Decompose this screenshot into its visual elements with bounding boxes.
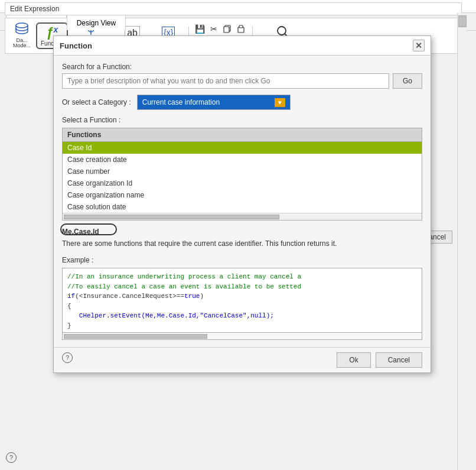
outer-content: Edit Expression Da...Mode... ƒx Function — [0, 0, 467, 470]
tab-design-view[interactable]: Design View — [67, 15, 126, 30]
function-item-case-org-name[interactable]: Case organization name — [63, 189, 422, 201]
dialog-title-bar: Function ✕ — [54, 36, 431, 56]
function-dialog: Function ✕ Search for a Function: Go — [53, 35, 431, 373]
code-box-hscrollbar[interactable] — [62, 333, 422, 340]
svg-point-15 — [278, 27, 286, 35]
search-row: Search for a Function: Go — [62, 63, 422, 89]
select-function-label: Select a Function : — [62, 116, 422, 124]
example-label: Example : — [62, 256, 422, 264]
functions-list-hscrollbar[interactable] — [63, 213, 422, 220]
code-line-6: } — [67, 321, 417, 331]
outer-scrollbar[interactable] — [457, 13, 467, 470]
dialog-help-icon[interactable]: ? — [62, 352, 73, 363]
tab-label-design-view: Design View — [77, 19, 116, 27]
code-hscrollbar-thumb[interactable] — [64, 334, 207, 339]
category-dropdown-arrow: ▼ — [275, 98, 285, 107]
category-row: Or select a Category : Current case info… — [62, 95, 422, 110]
description-text: There are some functions that require th… — [62, 238, 422, 249]
paste-button[interactable] — [234, 22, 247, 35]
save-button[interactable]: 💾 — [194, 22, 207, 35]
category-label: Or select a Category : — [62, 98, 131, 106]
function-item-case-org-id[interactable]: Case organization Id — [63, 177, 422, 189]
function-item-case-creation-date[interactable]: Case creation date — [63, 154, 422, 166]
edit-expression-bar: Edit Expression — [5, 2, 462, 15]
go-button[interactable]: Go — [393, 73, 422, 89]
database-icon — [15, 22, 29, 38]
function-item-case-solution-date[interactable]: Case solution date — [63, 201, 422, 213]
code-line-1: //In an insurance underwriting process a… — [67, 272, 417, 282]
description-title: Me.Case.Id — [62, 228, 422, 236]
functions-list-container: Functions Case Id Case creation date Cas… — [62, 128, 422, 221]
dialog-close-button[interactable]: ✕ — [413, 40, 425, 51]
code-line-5: CHelper.setEvent(Me,Me.Case.Id,"CancelCa… — [67, 311, 417, 321]
category-dropdown[interactable]: Current case information ▼ — [137, 95, 291, 110]
category-selected-value: Current case information — [142, 98, 220, 106]
dialog-body: Search for a Function: Go Or select a Ca… — [54, 56, 431, 347]
outer-window: Expression ⊞ Properties Design View Edit… — [0, 0, 476, 470]
select-function-row: Select a Function : Functions Case Id Ca… — [62, 116, 422, 221]
functions-list-header: Functions — [63, 128, 422, 142]
code-line-3: if(<Insurance.CancelRequest>==true) — [67, 291, 417, 302]
function-item-case-id[interactable]: Case Id — [63, 142, 422, 154]
code-box: //In an insurance underwriting process a… — [62, 268, 422, 333]
description-section: Me.Case.Id There are some functions that… — [62, 228, 422, 249]
copy-button[interactable] — [221, 22, 234, 35]
search-input[interactable] — [62, 73, 389, 89]
dialog-footer: ? Ok Cancel — [54, 347, 431, 372]
data-model-button[interactable]: Da...Mode... — [9, 21, 35, 51]
dialog-title: Function — [60, 41, 92, 50]
cut-button[interactable]: ✂ — [207, 22, 220, 35]
svg-rect-8 — [239, 25, 243, 28]
data-model-label: Da...Mode... — [13, 38, 31, 50]
example-section: Example : //In an insurance underwriting… — [62, 256, 422, 340]
hscrollbar-thumb[interactable] — [64, 215, 279, 219]
outer-scrollbar-thumb[interactable] — [458, 15, 467, 27]
edit-expression-label: Edit Expression — [10, 5, 59, 13]
search-label: Search for a Function: — [62, 63, 422, 71]
code-line-4: { — [67, 302, 417, 312]
function-item-case-number[interactable]: Case number — [63, 166, 422, 177]
code-line-2: //To easily cancel a case an event is av… — [67, 282, 417, 292]
svg-rect-6 — [224, 27, 229, 33]
search-input-row: Go — [62, 73, 422, 89]
svg-point-0 — [16, 23, 28, 28]
code-content: //In an insurance underwriting process a… — [63, 268, 422, 332]
cancel-button[interactable]: Cancel — [376, 352, 422, 368]
functions-list[interactable]: Case Id Case creation date Case number C… — [63, 142, 422, 213]
help-icon[interactable]: ? — [6, 452, 17, 463]
ok-button[interactable]: Ok — [337, 352, 370, 368]
